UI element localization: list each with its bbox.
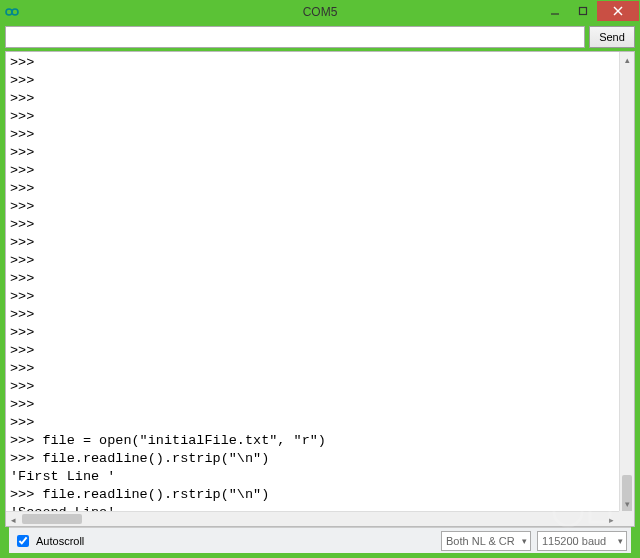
- line-ending-select[interactable]: Both NL & CR: [441, 531, 531, 551]
- svg-point-1: [12, 9, 18, 15]
- baud-rate-value: 115200 baud: [542, 535, 606, 547]
- autoscroll-input[interactable]: [17, 535, 29, 547]
- horizontal-scroll-thumb[interactable]: [22, 514, 82, 524]
- vertical-scrollbar[interactable]: ▴ ▾: [619, 52, 634, 511]
- svg-rect-3: [580, 8, 587, 15]
- serial-monitor-window: COM5 Send >>> >>> >>> >>> >>> >>> >>> >>…: [0, 0, 640, 558]
- svg-point-0: [6, 9, 12, 15]
- send-button[interactable]: Send: [589, 26, 635, 48]
- console-output: >>> >>> >>> >>> >>> >>> >>> >>> >>> >>> …: [6, 52, 619, 511]
- scroll-left-icon[interactable]: ◂: [6, 512, 21, 527]
- horizontal-scrollbar[interactable]: ◂ ▸: [6, 511, 619, 526]
- autoscroll-checkbox[interactable]: Autoscroll: [13, 532, 84, 550]
- serial-input[interactable]: [5, 26, 585, 48]
- line-ending-value: Both NL & CR: [446, 535, 515, 547]
- scroll-right-icon[interactable]: ▸: [604, 512, 619, 527]
- console-wrap: >>> >>> >>> >>> >>> >>> >>> >>> >>> >>> …: [1, 51, 639, 557]
- minimize-button[interactable]: [541, 1, 569, 21]
- arduino-icon: [5, 5, 19, 19]
- window-controls: [541, 1, 639, 23]
- scroll-down-icon[interactable]: ▾: [620, 496, 634, 511]
- maximize-button[interactable]: [569, 1, 597, 21]
- bottom-bar: Autoscroll Both NL & CR 115200 baud: [9, 527, 631, 553]
- titlebar: COM5: [1, 1, 639, 23]
- baud-rate-select[interactable]: 115200 baud: [537, 531, 627, 551]
- autoscroll-label: Autoscroll: [36, 535, 84, 547]
- close-button[interactable]: [597, 1, 639, 21]
- scrollbar-corner: [619, 511, 634, 526]
- input-row: Send: [1, 23, 639, 51]
- scroll-up-icon[interactable]: ▴: [620, 52, 634, 67]
- console-box: >>> >>> >>> >>> >>> >>> >>> >>> >>> >>> …: [5, 51, 635, 527]
